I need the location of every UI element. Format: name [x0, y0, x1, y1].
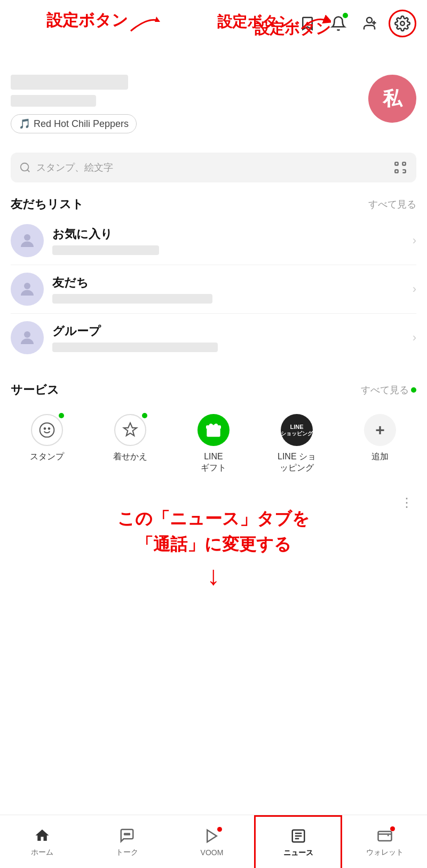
theme-dot — [142, 413, 147, 418]
stamp-icon-wrap — [30, 413, 64, 447]
groups-info: グループ — [52, 323, 404, 352]
bottom-nav: ホーム トーク VOOM — [0, 815, 427, 868]
brush-icon — [122, 421, 139, 439]
voom-dot — [217, 827, 222, 832]
svg-point-1 — [367, 18, 372, 23]
bottom-annotation-text-1: この「ニュース」タブを 「通話」に変更する — [117, 506, 310, 557]
music-badge[interactable]: 🎵 Red Hot Chili Peppers — [11, 114, 137, 133]
services-see-all[interactable]: すべて見る — [361, 384, 416, 396]
wallet-nav-icon — [376, 826, 394, 845]
talk-nav-label: トーク — [116, 848, 138, 857]
nav-voom[interactable]: VOOM — [170, 815, 255, 868]
groups-chevron-icon: › — [413, 331, 416, 345]
bottom-annotation: ⋮ この「ニュース」タブを 「通話」に変更する ↓ — [0, 484, 427, 594]
gift-label: LINEギフト — [201, 451, 226, 474]
svg-line-6 — [27, 170, 29, 172]
bottom-spacer — [0, 594, 427, 658]
favorites-item[interactable]: お気に入り › — [0, 217, 427, 265]
shopping-label: LINE ショッピング — [278, 451, 316, 474]
add-friend-button[interactable] — [358, 12, 381, 35]
add-person-icon — [361, 15, 377, 31]
voom-nav-label: VOOM — [201, 848, 224, 857]
news-nav-icon — [289, 827, 307, 845]
svg-point-4 — [400, 21, 405, 26]
shopping-service[interactable]: LINE ショッピング LINE ショッピング — [255, 408, 338, 479]
gear-icon — [394, 15, 410, 31]
svg-point-14 — [24, 283, 30, 289]
favorites-info: お気に入り — [52, 226, 404, 255]
services-section: サービス すべて見る スタンプ — [0, 367, 427, 484]
person-icon-3 — [18, 328, 37, 347]
smiley-icon — [38, 421, 56, 439]
friends-section-header: 友だちリスト すべて見る — [0, 191, 427, 217]
profile-name-placeholder — [11, 75, 128, 90]
home-nav-icon — [33, 826, 51, 845]
settings-button[interactable] — [389, 10, 416, 37]
friends-name: 友だち — [52, 275, 404, 291]
svg-point-22 — [126, 833, 128, 835]
favorites-chevron-icon: › — [413, 234, 416, 248]
favorites-name: お気に入り — [52, 226, 404, 242]
stamp-label: スタンプ — [30, 451, 64, 463]
profile-section: 🎵 Red Hot Chili Peppers — [0, 69, 427, 144]
settings-annotation-label: 設定ボタン — [255, 20, 331, 37]
svg-point-16 — [40, 423, 54, 437]
svg-marker-24 — [207, 830, 217, 842]
more-icon: + — [364, 414, 396, 446]
profile-sub-placeholder — [11, 95, 96, 107]
friends-item[interactable]: 友だち › — [0, 265, 427, 313]
stamp-service[interactable]: スタンプ — [5, 408, 89, 479]
bottom-annotation-arrow-icon: ↓ — [207, 562, 220, 589]
person-icon-2 — [18, 280, 37, 299]
nav-talk[interactable]: トーク — [85, 815, 170, 868]
svg-rect-8 — [402, 162, 405, 165]
person-icon — [18, 231, 37, 250]
favorites-avatar — [11, 224, 44, 257]
nav-wallet[interactable]: ウォレット — [342, 815, 427, 868]
stamp-dot — [59, 413, 64, 418]
svg-point-15 — [24, 331, 30, 338]
talk-nav-icon — [118, 826, 136, 845]
svg-point-21 — [124, 833, 126, 835]
services-header: サービス すべて見る — [0, 377, 427, 402]
settings-annotation-text: 設定ボタン — [46, 10, 128, 31]
three-dots-icon[interactable]: ⋮ — [400, 495, 414, 510]
friends-sub-placeholder — [52, 294, 212, 304]
header: 設定ボタン — [0, 0, 427, 43]
more-icon-wrap: + — [363, 413, 397, 447]
svg-point-5 — [21, 163, 29, 171]
svg-point-17 — [44, 428, 46, 429]
friends-chevron-icon: › — [413, 282, 416, 296]
news-nav-label: ニュース — [283, 848, 313, 858]
settings-arrow-icon — [125, 12, 163, 34]
music-text: Red Hot Chili Peppers — [34, 118, 129, 130]
search-icon — [19, 162, 31, 173]
friend-list: お気に入り › 友だち › グループ › — [0, 217, 427, 367]
services-title: サービス — [11, 382, 59, 398]
annotation-area: 設定ボタン — [0, 43, 427, 69]
groups-sub-placeholder — [52, 343, 218, 352]
nav-home[interactable]: ホーム — [0, 815, 85, 868]
chat-icon-svg — [119, 827, 135, 843]
nav-news[interactable]: ニュース — [254, 815, 342, 868]
more-service[interactable]: + 追加 — [338, 408, 422, 479]
search-bar[interactable]: スタンプ、絵文字 — [11, 153, 416, 182]
svg-rect-29 — [378, 831, 391, 841]
theme-service[interactable]: 着せかえ — [89, 408, 172, 479]
shopping-icon-wrap: LINE ショッピング — [280, 413, 314, 447]
friends-avatar — [11, 273, 44, 306]
svg-point-18 — [49, 428, 50, 429]
svg-rect-9 — [395, 170, 398, 172]
news-icon-svg — [290, 828, 306, 844]
notification-dot — [343, 13, 348, 18]
scan-icon[interactable] — [393, 160, 408, 175]
search-placeholder: スタンプ、絵文字 — [36, 161, 388, 174]
favorites-sub-placeholder — [52, 245, 159, 255]
private-circle-annotation: 私 — [368, 75, 416, 123]
friends-see-all[interactable]: すべて見る — [368, 198, 416, 211]
gift-service[interactable]: LINEギフト — [172, 408, 255, 479]
groups-item[interactable]: グループ › — [0, 314, 427, 362]
groups-name: グループ — [52, 323, 404, 339]
gift-icon-wrap — [196, 413, 231, 447]
wallet-nav-label: ウォレット — [366, 848, 404, 857]
